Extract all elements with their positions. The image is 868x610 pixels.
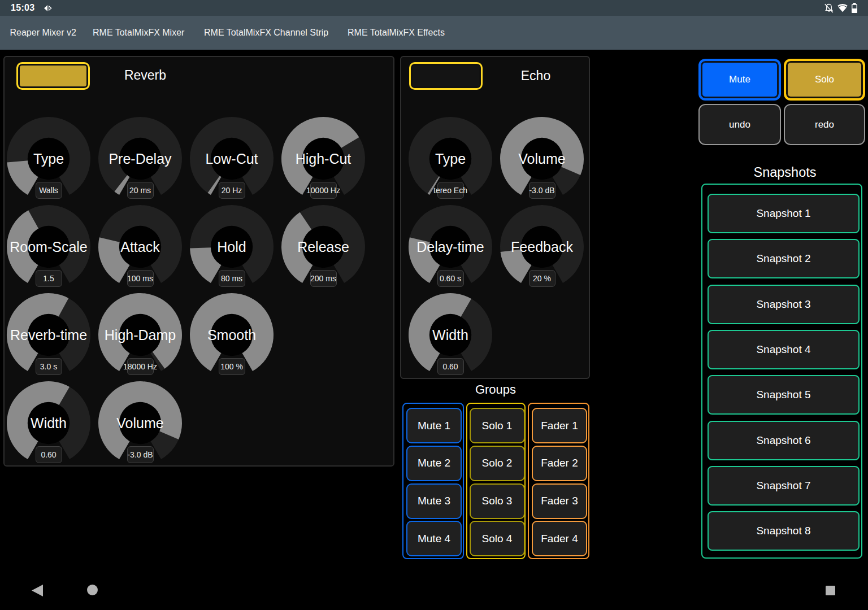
svg-text:Room-Scale: Room-Scale [10,239,88,255]
svg-text:Volume: Volume [116,415,163,431]
svg-text:Smooth: Smooth [207,327,256,343]
svg-text:Width: Width [31,415,67,431]
svg-text:Attack: Attack [120,239,160,255]
svg-text:Hold: Hold [217,239,246,255]
svg-text:Width: Width [432,327,468,343]
svg-text:Type: Type [435,151,466,167]
svg-text:High-Cut: High-Cut [296,151,351,167]
svg-text:Delay-time: Delay-time [416,239,484,255]
svg-text:High-Damp: High-Damp [105,327,176,343]
svg-text:Feedback: Feedback [511,239,573,255]
svg-text:Low-Cut: Low-Cut [205,151,258,167]
svg-text:Type: Type [33,151,64,167]
svg-text:Volume: Volume [518,151,565,167]
svg-text:Reverb-time: Reverb-time [10,327,87,343]
svg-text:Pre-Delay: Pre-Delay [108,151,172,167]
svg-text:Release: Release [297,239,349,255]
